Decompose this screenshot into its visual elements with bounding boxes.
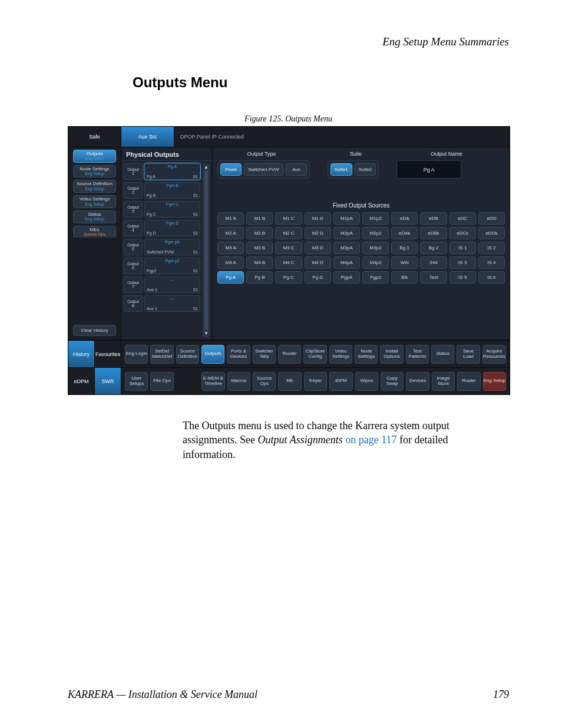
- source-button[interactable]: M4 A: [217, 256, 244, 269]
- tab-aux-src[interactable]: Aux Src: [121, 127, 174, 147]
- source-button[interactable]: M1p2: [362, 212, 389, 225]
- source-button[interactable]: Pg B: [246, 271, 273, 284]
- nav-item[interactable]: StatusEng Setup: [73, 210, 116, 223]
- menu-button[interactable]: Image Store: [432, 372, 455, 391]
- source-button[interactable]: PgpA: [333, 271, 360, 284]
- source-button[interactable]: eDB: [420, 212, 447, 225]
- menu-button[interactable]: Ports & Devices: [227, 345, 250, 364]
- output-name-field[interactable]: Pg A: [396, 160, 461, 179]
- source-button[interactable]: M3 B: [246, 242, 273, 254]
- physical-output-row[interactable]: Output1Pg APg AS1: [124, 163, 200, 180]
- source-button[interactable]: M4 B: [246, 256, 273, 269]
- menu-button[interactable]: Macros: [227, 372, 250, 391]
- menu-button[interactable]: Node Settings: [355, 345, 378, 364]
- menu-button[interactable]: Router: [457, 372, 480, 391]
- source-button[interactable]: Pgp2: [362, 271, 389, 284]
- menu-button[interactable]: File Ops: [150, 372, 173, 391]
- source-button[interactable]: eDAk: [391, 227, 418, 239]
- source-button[interactable]: Test: [420, 271, 447, 284]
- menu-button[interactable]: Test Patterns: [406, 345, 429, 364]
- source-button[interactable]: eDDk: [478, 227, 505, 239]
- scroll-down-icon[interactable]: ▼: [204, 331, 209, 336]
- physical-output-row[interactable]: Output8---Aux 1S1: [124, 295, 200, 312]
- history-tab[interactable]: History: [68, 341, 95, 367]
- source-button[interactable]: M2pA: [333, 227, 360, 239]
- source-button[interactable]: eDD: [478, 212, 505, 225]
- menu-button[interactable]: iDPM: [329, 372, 352, 391]
- source-button[interactable]: M3 D: [305, 242, 331, 254]
- source-button[interactable]: eDBk: [420, 227, 447, 239]
- source-button[interactable]: M1 D: [305, 212, 331, 225]
- source-button[interactable]: IS 4: [478, 256, 505, 269]
- scroll-up-icon[interactable]: ▲: [204, 164, 209, 170]
- source-button[interactable]: IS 3: [449, 256, 476, 269]
- physical-output-row[interactable]: Output2Pgm BPg BS1: [124, 182, 200, 199]
- source-button[interactable]: M1 C: [275, 212, 302, 225]
- menu-button[interactable]: Video Settings: [329, 345, 352, 364]
- source-button[interactable]: M4 D: [305, 256, 331, 269]
- source-button[interactable]: M3 A: [217, 242, 244, 254]
- menu-button[interactable]: SetDef MatchDef: [150, 345, 173, 364]
- source-button[interactable]: M3 C: [275, 242, 302, 254]
- nav-item[interactable]: Node SettingsEng Setup: [73, 165, 116, 178]
- menu-button[interactable]: User Setups: [125, 372, 148, 391]
- suite-button[interactable]: Suite1: [330, 163, 352, 176]
- source-button[interactable]: M2 B: [246, 227, 273, 239]
- nav-item[interactable]: MEsSource Ops: [73, 226, 116, 238]
- menu-button[interactable]: Source Definition: [176, 345, 199, 364]
- output-type-button[interactable]: Aux: [286, 163, 307, 176]
- source-button[interactable]: Pg C: [275, 271, 302, 284]
- nav-item[interactable]: Source DefinitionEng Setup: [73, 180, 116, 193]
- nav-item[interactable]: OutputsEng Setup: [73, 150, 116, 163]
- source-button[interactable]: eDCk: [449, 227, 476, 239]
- source-button[interactable]: M2 A: [217, 227, 244, 239]
- source-button[interactable]: Pg D: [305, 271, 331, 284]
- source-button[interactable]: M1pA: [333, 212, 360, 225]
- source-button[interactable]: M4 C: [275, 256, 302, 269]
- menu-button[interactable]: ME: [278, 372, 301, 391]
- menu-button[interactable]: Save Load: [457, 345, 480, 364]
- menu-button[interactable]: ClipStore Config: [303, 345, 326, 364]
- source-button[interactable]: Pg A: [217, 271, 244, 284]
- source-button[interactable]: Blk: [391, 271, 418, 284]
- menu-button[interactable]: Install Options: [380, 345, 403, 364]
- menu-button[interactable]: Wipes: [355, 372, 378, 391]
- source-button[interactable]: eDA: [391, 212, 418, 225]
- source-button[interactable]: M4p2: [362, 256, 389, 269]
- para-link[interactable]: on page 117: [343, 434, 397, 446]
- menu-button[interactable]: Router: [278, 345, 301, 364]
- tab-safe[interactable]: Safe: [68, 127, 121, 147]
- menu-button[interactable]: Source Ops: [253, 372, 276, 391]
- source-button[interactable]: IS 5: [449, 271, 476, 284]
- nav-item[interactable]: Video SettingsEng Setup: [73, 195, 116, 208]
- clear-history-button[interactable]: Clear History: [73, 325, 116, 336]
- physical-output-row[interactable]: Output7---Aux 1S1: [124, 276, 200, 293]
- menu-button[interactable]: Eng Setup: [483, 372, 506, 391]
- physical-output-row[interactable]: Output6Pgm p2Pgp2S1: [124, 258, 200, 274]
- source-button[interactable]: Bg 1: [391, 242, 418, 254]
- output-type-button[interactable]: Switched PVW: [244, 163, 283, 176]
- swr-tab[interactable]: SWR: [95, 368, 121, 394]
- source-button[interactable]: IS 1: [449, 242, 476, 254]
- source-button[interactable]: M1 B: [246, 212, 273, 225]
- source-button[interactable]: M4pA: [333, 256, 360, 269]
- source-button[interactable]: IS 2: [478, 242, 505, 254]
- source-button[interactable]: 244: [420, 256, 447, 269]
- physical-output-row[interactable]: Output5Pgm pASwitched PVWS1: [124, 239, 200, 255]
- physical-output-row[interactable]: Output4Pgm DPg DS1: [124, 220, 200, 236]
- source-button[interactable]: M3p2: [362, 242, 389, 254]
- source-button[interactable]: M2 D: [305, 227, 331, 239]
- physical-output-row[interactable]: Output3Pgm CPg CS1: [124, 201, 200, 218]
- source-button[interactable]: M1 A: [217, 212, 244, 225]
- menu-button[interactable]: Keyer: [304, 372, 327, 391]
- menu-button[interactable]: Devices: [406, 372, 429, 391]
- source-button[interactable]: eDC: [449, 212, 476, 225]
- source-button[interactable]: Bg 2: [420, 242, 447, 254]
- menu-button[interactable]: Switcher Tally: [253, 345, 276, 364]
- menu-button[interactable]: Copy Swap: [381, 372, 404, 391]
- favourites-tab[interactable]: Favourites: [95, 341, 121, 367]
- menu-button[interactable]: E-MEM & Timeline: [201, 372, 224, 391]
- menu-button[interactable]: Acquire Resources: [482, 345, 506, 364]
- output-type-button[interactable]: Fixed: [220, 163, 242, 176]
- physical-outputs-scrollbar[interactable]: ▲ ▼: [203, 163, 210, 337]
